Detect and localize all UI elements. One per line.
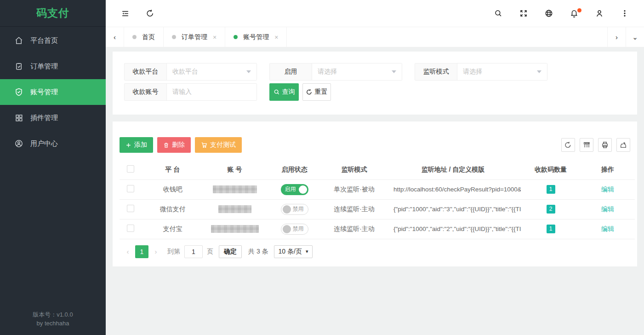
search-icon	[274, 89, 280, 95]
more-kebab-icon[interactable]	[616, 4, 634, 23]
next-page-icon[interactable]: ›	[150, 248, 162, 255]
add-button-label: 添加	[134, 141, 147, 149]
user-circle-icon	[15, 139, 23, 148]
filter-platform-select[interactable]: 收款平台	[167, 64, 256, 80]
sidebar-item-platform-home[interactable]: 平台首页	[0, 28, 106, 53]
account-input[interactable]: 请输入	[167, 84, 256, 100]
bell-icon[interactable]	[565, 4, 583, 23]
version-info: 版本号：v1.0.0 by techhaha	[0, 310, 106, 328]
pay-test-button[interactable]: 支付测试	[195, 137, 242, 153]
status-toggle[interactable]: 禁用	[281, 204, 308, 215]
table-toolbar: 添加 删除 支付测试	[120, 137, 630, 153]
tabs-scroll-right-icon[interactable]: ›	[607, 27, 626, 47]
print-icon[interactable]	[598, 138, 612, 152]
reset-button-label: 重置	[315, 88, 328, 96]
globe-icon[interactable]	[540, 4, 558, 23]
sidebar-item-user-center[interactable]: 用户中心	[0, 131, 106, 156]
edit-link[interactable]: 编辑	[601, 185, 614, 193]
add-button[interactable]: 添加	[120, 137, 153, 153]
refresh-icon[interactable]	[141, 4, 160, 23]
filter-platform: 收款平台 收款平台	[124, 63, 257, 81]
qr-count-badge: 2	[547, 205, 555, 214]
version-number: 版本号：v1.0.0	[0, 310, 106, 319]
total-count: 共 3 条	[248, 248, 268, 256]
order-clipboard-icon	[15, 62, 23, 70]
tabs-scroll-left-icon[interactable]: ‹	[106, 27, 124, 47]
page-size-select[interactable]: 10 条/页 ▾	[274, 245, 313, 258]
cart-icon	[201, 142, 207, 148]
filter-platform-placeholder: 收款平台	[172, 68, 198, 76]
qr-count-badge: 1	[547, 225, 555, 233]
sidebar-item-orders[interactable]: 订单管理	[0, 53, 106, 79]
select-all-checkbox[interactable]	[127, 165, 134, 173]
goto-page-input[interactable]	[184, 245, 203, 258]
edit-link[interactable]: 编辑	[601, 225, 614, 232]
edit-link[interactable]: 编辑	[601, 205, 614, 213]
tab-dot	[132, 35, 137, 39]
filter-enabled-placeholder: 请选择	[318, 68, 337, 76]
status-toggle[interactable]: 禁用	[281, 224, 308, 235]
query-button[interactable]: 查询	[269, 83, 299, 101]
version-author: by techhaha	[0, 319, 106, 328]
collapse-sidebar-icon[interactable]	[116, 4, 134, 23]
filter-panel: 收款平台 收款平台 启用 请选择 监听模式 请选择	[113, 52, 637, 115]
current-page-button[interactable]: 1	[135, 245, 148, 258]
sidebar-item-accounts[interactable]: 账号管理	[0, 79, 106, 105]
accounts-table: 平 台 账 号 启用状态 监听模式 监听地址 / 自定义模版 收款码数量 操作 …	[120, 160, 635, 239]
filter-listen-mode-select[interactable]: 请选择	[457, 64, 547, 80]
fullscreen-icon[interactable]	[514, 4, 533, 23]
tab-close-icon[interactable]: ×	[213, 34, 217, 41]
status-toggle-label: 启用	[285, 185, 296, 193]
tab-label: 首页	[142, 33, 155, 41]
header-right-icons	[482, 4, 634, 23]
tab-home[interactable]: 首页	[124, 27, 164, 47]
reset-button[interactable]: 重置	[302, 83, 331, 101]
header-address: 监听地址 / 自定义模版	[385, 160, 521, 179]
chevron-down-icon: ▾	[306, 248, 308, 254]
header-account: 账 号	[204, 160, 266, 179]
filter-listen-mode-placeholder: 请选择	[463, 68, 482, 76]
header-listen-mode: 监听模式	[323, 160, 385, 179]
sidebar: 码支付 平台首页 订单管理 账号管理 插件管理	[0, 0, 106, 335]
export-icon[interactable]	[616, 138, 630, 152]
sidebar-item-label: 用户中心	[30, 139, 58, 148]
tab-accounts[interactable]: 账号管理 ×	[225, 27, 287, 47]
tab-orders[interactable]: 订单管理 ×	[164, 27, 225, 47]
tabs: 首页 订单管理 × 账号管理 ×	[124, 27, 607, 47]
row-checkbox[interactable]	[127, 225, 134, 232]
delete-button[interactable]: 删除	[157, 137, 191, 153]
tab-close-icon[interactable]: ×	[274, 34, 278, 41]
tab-label: 账号管理	[243, 33, 269, 41]
prev-page-icon[interactable]: ‹	[122, 248, 134, 255]
toggle-knob	[283, 205, 291, 214]
search-icon[interactable]	[489, 4, 507, 23]
cell-listen-mode: 单次监听·被动	[323, 179, 385, 199]
app-logo-text: 码支付	[36, 6, 69, 20]
row-checkbox[interactable]	[127, 185, 134, 192]
cell-address: http://localhost:60/checkPayResult?pid=1…	[385, 179, 521, 199]
table-refresh-icon[interactable]	[561, 138, 575, 152]
query-button-label: 查询	[282, 88, 295, 96]
masked-account	[211, 225, 259, 233]
cell-platform: 收钱吧	[142, 179, 204, 199]
status-toggle[interactable]: 启用	[281, 184, 308, 195]
plus-icon	[125, 142, 131, 148]
tab-dot	[234, 35, 238, 39]
table-row: 微信支付 禁用 连续监听·主动 {"pid":"1000","aid":"3",…	[120, 199, 635, 219]
cell-listen-mode: 连续监听·主动	[323, 199, 385, 219]
filter-enabled-select[interactable]: 请选择	[312, 64, 402, 80]
table-panel: 添加 删除 支付测试	[113, 121, 637, 266]
sidebar-item-plugins[interactable]: 插件管理	[0, 105, 106, 131]
tab-label: 订单管理	[182, 33, 207, 41]
cell-platform: 支付宝	[142, 219, 204, 239]
user-icon[interactable]	[590, 4, 609, 23]
toggle-knob	[299, 185, 307, 194]
tabs-menu-chevron-icon[interactable]: ⌄	[626, 27, 644, 47]
masked-account	[218, 205, 251, 213]
table-columns-icon[interactable]	[580, 138, 593, 152]
row-checkbox[interactable]	[127, 205, 134, 212]
goto-confirm-button[interactable]: 确定	[219, 245, 242, 258]
status-toggle-label: 禁用	[293, 225, 304, 233]
sidebar-item-label: 订单管理	[30, 62, 58, 71]
cell-address: {"pid":"1000","aid":"2","uid":"{{UID}}",…	[385, 219, 521, 239]
